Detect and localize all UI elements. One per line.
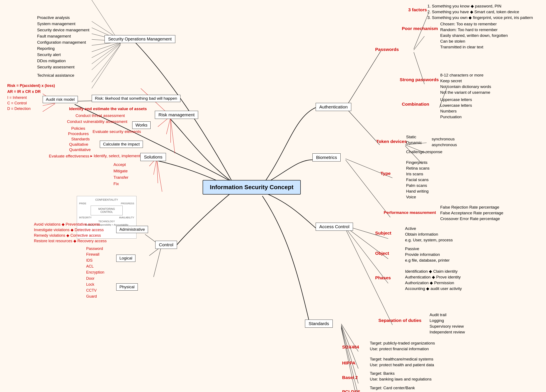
bio7: Voice	[405, 194, 417, 200]
log5: Encryption	[85, 270, 105, 275]
sop8: DDos mitigation	[36, 58, 66, 64]
comb2: Lowercase letters	[439, 103, 473, 108]
phase3: Authorization ◆ Permission	[404, 280, 455, 286]
ctrl-admin: Administrative	[116, 226, 148, 233]
sep1: Audit trail	[429, 312, 447, 318]
hippa1: Target: healthcare/medical systems	[369, 356, 434, 362]
poor4: Can be stolen	[439, 38, 466, 44]
branch-biometrics: Biometrics	[312, 153, 341, 161]
subj3: e.g. User, system, process	[404, 237, 454, 243]
phase4: Accounting ◆ audit user activity	[404, 286, 463, 291]
bio1: Fingerprints	[405, 160, 428, 165]
rm-policies: Policies	[70, 126, 86, 131]
perf3: Crossover Error Rate percentage	[439, 216, 501, 221]
adm4: Restore lost resources ◆ Recovery access	[33, 238, 108, 244]
obj1: Passive	[404, 246, 420, 252]
sep3: Supervisory review	[429, 324, 465, 329]
audit-risk-model: Audit risk model	[43, 96, 78, 103]
ar2: AR = IR x CR x DR	[6, 89, 42, 94]
branch-passwords: Passwords	[374, 46, 400, 52]
rm3: Conduct vulnerability assessment	[66, 119, 128, 124]
factor3: 3. Something you own ◆ fingerprint, voic…	[427, 15, 534, 20]
sep-duties: Separation of duties	[377, 317, 422, 323]
basel-label: Basel 2	[341, 374, 359, 380]
rm-calc: Calculate the impact	[100, 141, 143, 148]
sp2: Keep secret	[439, 78, 463, 84]
factors-label: 3 factors	[407, 7, 428, 13]
comb1: Uppercase letters	[439, 97, 473, 102]
sol1: Accept	[113, 162, 127, 167]
combination-label: Combination	[401, 101, 430, 107]
pcidss1: Target: Card center/Bank	[369, 385, 416, 391]
rm1: Identify and estimate the value of asset…	[68, 106, 148, 112]
adm2: Investigate violations ◆ Detective acces…	[33, 227, 104, 233]
svg-line-3	[414, 36, 424, 50]
sox1: Target: publicly-traded organizations	[369, 341, 436, 346]
sol2: Mitigate	[113, 168, 129, 174]
ar3: I = Inherent	[6, 95, 28, 100]
biometrics-label: Biometrics	[316, 155, 337, 160]
svg-line-47	[43, 104, 55, 112]
ctrl-logical: Logical	[116, 255, 136, 262]
rm-quant: Quantitative	[68, 147, 91, 152]
poor3: Easily shared, written down, forgotten	[439, 33, 509, 38]
sol4: Fix	[113, 181, 120, 187]
svg-line-43	[154, 247, 161, 277]
center-label: Information Security Concept	[210, 184, 293, 190]
svg-line-7	[345, 160, 390, 217]
object-label: Object	[374, 250, 390, 256]
perf1: False Rejection Rate percentage	[439, 204, 500, 210]
strong-passwords: Strong passwords	[399, 77, 440, 83]
rm-qual: Qualitative	[68, 142, 89, 147]
factor2: 2. Something you have ◆ Smart card, toke…	[427, 9, 520, 15]
risk-likelihood: Risk: likehood that something bad will h…	[92, 95, 181, 102]
subj2: Obtain information	[404, 232, 439, 237]
subject-label: Subject	[374, 230, 392, 236]
rm-standards: Standards	[70, 136, 91, 142]
access-label: Access Control	[319, 224, 349, 229]
bio2: Retina scans	[405, 165, 430, 171]
bio3: Iris scans	[405, 171, 424, 177]
phys4: Guard	[85, 294, 98, 299]
svg-line-37	[92, 44, 121, 70]
branch-control: Control	[155, 241, 177, 249]
phase2: Authentication ◆ Prove identity	[404, 274, 462, 280]
sop9: Security assessment	[36, 64, 75, 70]
auth-label: Authentication	[319, 104, 348, 109]
standards-label: Standards	[309, 321, 329, 326]
sp1: 8-12 characters or more	[439, 72, 484, 78]
tok-sync: synchronous	[431, 136, 455, 142]
rm-procedures: Procedures	[67, 131, 90, 137]
sp3: Not contain dictionary words	[439, 84, 492, 89]
log4: ACL	[85, 264, 94, 269]
poor-mechanism: Poor mechanism	[401, 25, 439, 32]
sop4: Fault management	[36, 33, 72, 39]
poor2: Random: Too hard to remember	[439, 27, 498, 33]
adm1: Avoid violations ◆ Preventative access	[33, 221, 101, 227]
type-label: Type	[380, 171, 391, 177]
phase1: Identification ◆ Claim identity	[404, 268, 458, 274]
svg-line-27	[157, 159, 158, 183]
security-ops-label: Security Operations Management	[108, 37, 172, 41]
branch-solutions: Solutions	[140, 153, 166, 161]
phys3: CCTV	[85, 288, 98, 293]
sep4: Independent review	[429, 329, 466, 335]
sop2: System management	[36, 21, 76, 27]
svg-line-28	[157, 159, 162, 192]
bio5: Palm scans	[405, 183, 428, 188]
sop7: Security alert	[36, 52, 62, 57]
obj3: e.g file, database, printer	[404, 258, 450, 263]
tok-static: Static	[405, 134, 417, 140]
sp4: Not the variant of username	[439, 90, 491, 95]
branch-risk-management: Risk management	[155, 111, 198, 119]
adm3: Remedy violations ◆ Corrective access	[33, 233, 102, 238]
svg-line-34	[92, 42, 121, 52]
tok-challenge: Challenge-response	[405, 149, 443, 155]
svg-line-40	[92, 45, 121, 89]
mindmap-container: Information Security Concept Authenticat…	[0, 0, 546, 392]
works-label: Works	[132, 121, 150, 129]
rm2: Conduct threat assessment	[75, 113, 126, 119]
svg-line-1	[345, 107, 380, 145]
sop6: Reporting	[36, 46, 55, 51]
svg-line-24	[171, 119, 175, 153]
